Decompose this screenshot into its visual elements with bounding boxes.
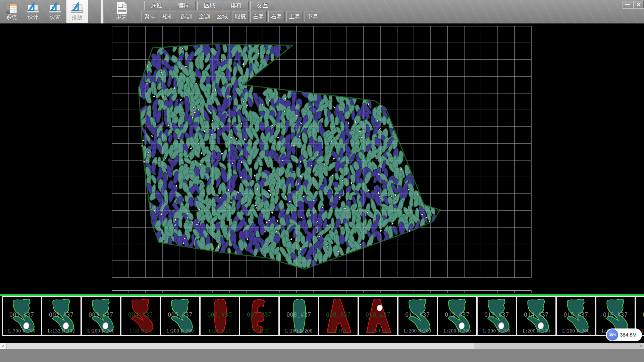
part-shape [6, 297, 37, 335]
scrollbar-thumb[interactable] [7, 343, 474, 349]
nav-label: 设置 [44, 14, 66, 21]
part-thumbnail[interactable]: 010_#37L:33 R:33 [358, 296, 398, 336]
layout-icon [70, 1, 85, 15]
scroll-right-arrow[interactable]: › [638, 343, 644, 349]
settings-icon [48, 1, 62, 15]
part-thumbnail[interactable]: 006_#37L:21 R:21 [200, 296, 239, 336]
menu-button[interactable]: 编辑 [171, 1, 196, 10]
part-thumbnail[interactable]: 014_#37L:200 R:200 [517, 296, 556, 336]
part-thumbnail[interactable]: 001_#37L:700 R:700 [2, 296, 42, 336]
window-bottom-edge [0, 349, 644, 362]
system-icon [4, 1, 19, 15]
part-thumbnail[interactable]: 003_#37L:200 R:200 [81, 296, 121, 336]
menu-button[interactable]: 区域 [197, 1, 222, 10]
application-window: 系统 设计 设置 排版 报表 属性编辑区域排料交互 聚排相机选割全割区域瑕疵左靠… [0, 0, 644, 362]
part-shape [442, 297, 473, 335]
tool-button[interactable]: 左靠 [250, 11, 267, 22]
scroll-left-arrow[interactable]: ‹ [0, 343, 6, 349]
tool-button[interactable]: 下靠 [305, 11, 321, 22]
tool-button[interactable]: 相机 [160, 11, 176, 22]
progress-badge: 38% [607, 329, 618, 341]
part-shape [363, 297, 393, 335]
strip-separator-line [0, 295, 644, 296]
nav-layout[interactable]: 排版 [66, 0, 88, 23]
part-shape [283, 297, 314, 335]
minimize-button[interactable]: — [623, 1, 633, 8]
nav-label: 设计 [22, 14, 44, 21]
menu-button[interactable]: 排料 [224, 1, 249, 10]
memory-status: 38% 384.8M [606, 328, 642, 341]
tool-button[interactable]: 选割 [178, 11, 194, 22]
part-shape [244, 297, 275, 335]
toolbar-separator [101, 0, 104, 23]
part-shape [521, 297, 552, 335]
menu-button[interactable]: 属性 [144, 1, 169, 10]
nav-settings[interactable]: 设置 [44, 0, 66, 23]
nav-label: 报表 [111, 14, 132, 21]
tool-button[interactable]: 聚排 [142, 11, 158, 22]
close-button[interactable]: ✕ [633, 1, 644, 8]
menu-bar: 属性编辑区域排料交互 [144, 1, 277, 10]
strip-separator-line [0, 294, 644, 295]
nav-system[interactable]: 系统 [1, 0, 22, 23]
part-shape [86, 297, 116, 335]
part-shape [165, 297, 196, 335]
part-shape [323, 297, 354, 335]
part-thumbnail[interactable]: 005_#37L:200 R:200 [160, 296, 200, 336]
part-thumbnail[interactable]: 008_#37L:200 R:200 [279, 296, 319, 336]
memory-value: 384.8M [620, 328, 637, 341]
tool-button[interactable]: 右靠 [268, 11, 285, 22]
part-shape [46, 297, 77, 335]
part-shape [125, 297, 156, 335]
part-shape [640, 297, 644, 335]
part-shape [204, 297, 235, 335]
menu-button[interactable]: 交互 [250, 1, 275, 10]
report-icon [114, 1, 129, 15]
part-thumbnail[interactable]: 011_#37L:200 R:200 [398, 296, 437, 336]
part-thumbnail[interactable]: 007_#37L:31 R:31 [239, 296, 279, 336]
nesting-canvas[interactable] [0, 23, 644, 294]
part-shape [481, 297, 512, 335]
part-thumbnail[interactable]: 015_#37L:200 R:200 [556, 296, 596, 336]
part-thumbnail[interactable]: 012_#37L:200 R:200 [437, 296, 477, 336]
nav-label: 系统 [1, 14, 22, 21]
parts-strip: 001_#37L:700 R:700002_#37L:132 R:132003_… [0, 294, 644, 343]
tool-button[interactable]: 上靠 [286, 11, 303, 22]
tool-button[interactable]: 全割 [196, 11, 212, 22]
part-shape [402, 297, 433, 335]
part-thumbnail[interactable]: 013_#37L:200 R:200 [477, 296, 517, 336]
toolbar: 系统 设计 设置 排版 报表 属性编辑区域排料交互 聚排相机选割全割区域瑕疵左靠… [0, 0, 644, 23]
tool-button[interactable]: 区域 [214, 11, 230, 22]
part-thumbnail[interactable]: 009_#37L:32 R:31 [319, 296, 358, 336]
nav-design[interactable]: 设计 [22, 0, 44, 23]
part-thumbnail[interactable]: 004_#37L:31 R:31 [121, 296, 160, 336]
part-thumbnail[interactable]: 002_#37L:132 R:132 [42, 296, 81, 336]
tool-button[interactable]: 瑕疵 [232, 11, 249, 22]
nav-label: 排版 [66, 14, 88, 21]
design-icon [25, 1, 40, 15]
part-shape [560, 297, 591, 335]
nav-report[interactable]: 报表 [111, 0, 132, 23]
tool-bar: 聚排相机选割全割区域瑕疵左靠右靠上靠下靠 [142, 11, 323, 22]
horizontal-scrollbar[interactable]: ‹ › [0, 343, 644, 349]
parts-list: 001_#37L:700 R:700002_#37L:132 R:132003_… [0, 296, 644, 336]
nesting-scene [0, 23, 644, 294]
